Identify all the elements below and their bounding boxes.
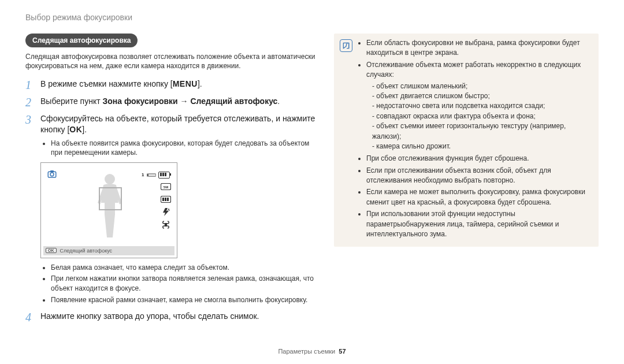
note-item: Отслеживание объекта может работать неко… <box>366 60 590 152</box>
camera-mode-icon <box>47 169 57 179</box>
step-number: 3 <box>25 113 35 126</box>
focus-frame <box>99 187 122 210</box>
svg-point-1 <box>50 172 54 176</box>
svg-rect-10 <box>167 198 169 201</box>
note-item: Если при отслеживании объекта возник сбо… <box>366 166 590 186</box>
svg-rect-4 <box>147 174 148 176</box>
step-number: 2 <box>25 96 35 109</box>
note-box: Если область фокусировки не выбрана, рам… <box>334 34 599 247</box>
note-subitem: недостаточно света или подсветка находит… <box>372 101 590 111</box>
camera-preview: 1 5M A <box>40 162 177 258</box>
preview-side-icons: 5M A <box>161 183 171 229</box>
step-text: Нажмите кнопку затвора до упора, чтобы с… <box>40 311 259 322</box>
step-text-pre: В режиме съемки нажмите кнопку [ <box>40 79 173 88</box>
arrow-sep: → <box>178 96 191 106</box>
page: Выбор режима фокусировки Следящая автофо… <box>0 0 624 364</box>
svg-text:A: A <box>168 208 170 211</box>
svg-rect-2 <box>50 170 54 172</box>
svg-text:5M: 5M <box>164 185 168 188</box>
svg-rect-8 <box>162 198 164 201</box>
step-number: 4 <box>25 311 35 324</box>
note-item: При сбое отслеживания функция будет сбро… <box>366 154 590 164</box>
bold-zone: Зона фокусировки <box>102 96 177 106</box>
page-number: 57 <box>339 348 346 355</box>
steps-list: 1 В режиме съемки нажмите кнопку [MENU].… <box>25 79 320 157</box>
page-footer: Параметры съемки 57 <box>0 348 624 355</box>
step-text-post: . <box>277 96 280 106</box>
step-text: В режиме съемки нажмите кнопку [MENU]. <box>40 79 202 90</box>
step3-sub: На объекте появится рамка фокусировки, к… <box>40 139 320 157</box>
frame-note-white: Белая рамка означает, что камера следит … <box>51 263 320 273</box>
stabilizer-icon <box>161 221 171 229</box>
preview-top-right: 1 <box>142 170 170 180</box>
left-column: Следящая автофокусировка Следящая автофо… <box>25 34 320 328</box>
intro-paragraph: Следящая автофокусировка позволяет отсле… <box>25 52 320 70</box>
preview-bottom-bar: OK Следящий автофокус <box>43 246 174 255</box>
step3-sub1: На объекте появится рамка фокусировки, к… <box>51 139 320 157</box>
page-title: Выбор режима фокусировки <box>25 13 599 22</box>
step-number: 1 <box>25 79 35 91</box>
svg-rect-13 <box>165 223 167 226</box>
note-item-text: Отслеживание объекта может работать неко… <box>366 61 581 79</box>
flash-auto-icon: A <box>161 208 171 216</box>
steps-list-cont: 4 Нажмите кнопку затвора до упора, чтобы… <box>25 311 320 324</box>
frame-note-green: При легком нажатии кнопки затвора появля… <box>51 274 320 294</box>
note-subitem: объект съемки имеет горизонтальную текст… <box>372 121 590 142</box>
zoom-scale-icon <box>147 170 156 180</box>
note-subitem: объект двигается слишком быстро; <box>372 91 590 101</box>
step-text-post: ]. <box>198 79 202 88</box>
zoom-ratio: 1 <box>142 172 144 177</box>
step-1: 1 В режиме съемки нажмите кнопку [MENU]. <box>25 79 320 91</box>
ok-button-label: OK <box>46 248 57 253</box>
bold-tracking: Следящий автофокус <box>191 96 278 106</box>
step-text: Сфокусируйтесь на объекте, который требу… <box>40 113 320 157</box>
ok-key: OK <box>69 124 82 135</box>
note-item: Если камера не может выполнить фокусиров… <box>366 187 590 207</box>
footer-label: Параметры съемки <box>278 348 335 355</box>
two-columns: Следящая автофокусировка Следящая автофо… <box>25 34 599 328</box>
resolution-icon: 5M <box>161 183 171 191</box>
right-column: Если область фокусировки не выбрана, рам… <box>334 34 599 328</box>
note-item: Если область фокусировки не выбрана, рам… <box>366 38 590 58</box>
note-subitem: совпадают окраска или фактура объекта и … <box>372 112 590 121</box>
info-icon <box>340 39 352 52</box>
menu-key: MENU <box>173 79 198 90</box>
preview-inner: 1 5M A <box>43 165 174 244</box>
step-text-post: ]. <box>82 125 87 134</box>
svg-rect-9 <box>165 198 166 201</box>
step3-line: Сфокусируйтесь на объекте, который требу… <box>40 114 315 134</box>
step-2: 2 Выберите пункт Зона фокусировки → След… <box>25 96 320 109</box>
step-4: 4 Нажмите кнопку затвора до упора, чтобы… <box>25 311 320 324</box>
step-3: 3 Сфокусируйтесь на объекте, который тре… <box>25 113 320 157</box>
note-sublist: объект слишком маленький; объект двигает… <box>366 81 590 152</box>
quality-icon <box>161 195 171 203</box>
note-subitem: камера сильно дрожит. <box>372 142 590 151</box>
battery-icon <box>158 172 170 179</box>
step-text: Выберите пункт Зона фокусировки → Следящ… <box>40 96 280 107</box>
note-subitem: объект слишком маленький; <box>372 81 590 91</box>
frame-note-red: Появление красной рамки означает, камера… <box>51 295 320 305</box>
note-item: При использовании этой функции недоступн… <box>366 209 590 239</box>
section-pill: Следящая автофокусировка <box>25 34 138 47</box>
svg-point-14 <box>105 174 115 184</box>
frame-notes: Белая рамка означает, что камера следит … <box>40 263 320 305</box>
step-text-pre: Выберите пункт <box>40 96 102 106</box>
preview-mode-label: Следящий автофокус <box>60 248 113 254</box>
